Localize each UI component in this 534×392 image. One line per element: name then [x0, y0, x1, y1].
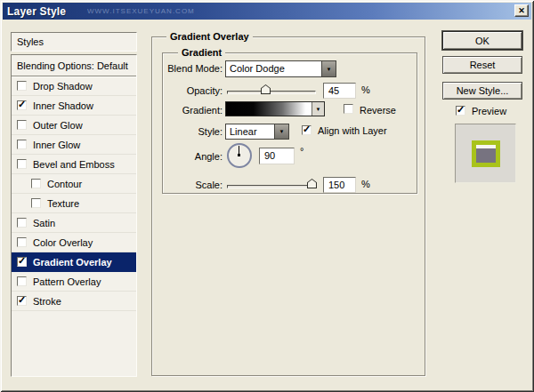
checkbox-gradient-overlay[interactable]: [17, 257, 27, 267]
blend-mode-dropdown[interactable]: Color Dodge: [225, 60, 336, 77]
preview-swatch-gray: [476, 148, 496, 163]
angle-dial[interactable]: [227, 143, 252, 168]
checkbox-color-overlay[interactable]: [17, 237, 27, 247]
chevron-down-icon[interactable]: [321, 61, 336, 76]
list-item-label: Gradient Overlay: [33, 257, 112, 268]
layer-style-dialog: Layer Style WWW.ITSEXUEYUAN.COM ✕ Styles…: [0, 0, 534, 392]
preview-swatch-green: [472, 140, 500, 167]
gradient-swatch[interactable]: [225, 101, 325, 116]
list-item-label: Outer Glow: [33, 120, 83, 131]
close-button[interactable]: ✕: [514, 4, 529, 17]
blend-mode-label: Blend Mode:: [163, 63, 222, 77]
gradient-overlay-group-title: Gradient Overlay: [166, 30, 253, 43]
align-with-layer-checkbox[interactable]: [302, 125, 312, 135]
list-item-gradient-overlay[interactable]: Gradient Overlay: [12, 252, 136, 272]
list-item-contour[interactable]: Contour: [12, 174, 136, 194]
list-item-outer-glow[interactable]: Outer Glow: [12, 116, 136, 135]
preview-swatch-inner: [476, 145, 496, 163]
checkbox-inner-glow[interactable]: [17, 140, 27, 149]
checkbox-contour[interactable]: [31, 179, 41, 188]
checkbox-drop-shadow[interactable]: [17, 81, 27, 91]
list-item-inner-shadow[interactable]: Inner Shadow: [12, 96, 136, 116]
list-item-label: Drop Shadow: [33, 81, 93, 92]
window-title: Layer Style: [3, 5, 66, 18]
angle-unit: °: [300, 146, 303, 156]
list-item-satin[interactable]: Satin: [12, 213, 136, 233]
ok-button[interactable]: OK: [442, 31, 522, 50]
reverse-checkbox[interactable]: [344, 104, 353, 114]
list-item-label: Stroke: [33, 296, 61, 307]
checkbox-bevel-and-emboss[interactable]: [17, 159, 27, 169]
gradient-group: Gradient Blend Mode: Color Dodge Opacity…: [162, 52, 417, 194]
style-dropdown[interactable]: Linear: [225, 124, 289, 140]
list-item-pattern-overlay[interactable]: Pattern Overlay: [12, 272, 136, 292]
list-item-label: Pattern Overlay: [33, 276, 101, 287]
checkbox-texture[interactable]: [31, 198, 41, 208]
list-item-stroke[interactable]: Stroke: [12, 292, 136, 311]
list-item-label: Blending Options: Default: [17, 60, 128, 71]
title-bar: Layer Style WWW.ITSEXUEYUAN.COM ✕: [3, 3, 531, 20]
blend-mode-value: Color Dodge: [226, 61, 321, 76]
checkbox-pattern-overlay[interactable]: [17, 276, 27, 286]
list-item-label: Inner Shadow: [33, 100, 93, 111]
list-item-label: Color Overlay: [33, 237, 93, 248]
checkbox-inner-shadow[interactable]: [17, 100, 27, 110]
opacity-slider-thumb[interactable]: [261, 84, 271, 94]
align-with-layer-label: Align with Layer: [318, 125, 387, 136]
opacity-value-field[interactable]: 45: [323, 83, 356, 99]
list-item-label: Satin: [33, 218, 55, 228]
styles-header: Styles: [11, 32, 137, 52]
gradient-overlay-group: Gradient Overlay Gradient Blend Mode: Co…: [151, 36, 425, 376]
styles-list: Blending Options: Default Drop Shadow In…: [11, 54, 137, 377]
list-item-label: Bevel and Emboss: [33, 159, 115, 170]
gradient-group-title: Gradient: [178, 46, 225, 59]
watermark-text: WWW.ITSEXUEYUAN.COM: [87, 7, 195, 15]
style-value: Linear: [226, 124, 274, 139]
checkbox-outer-glow[interactable]: [17, 120, 27, 130]
styles-header-label: Styles: [17, 36, 44, 47]
preview-label: Preview: [472, 106, 506, 116]
reverse-label: Reverse: [360, 105, 396, 116]
chevron-down-icon[interactable]: [274, 124, 288, 139]
list-item-bevel-and-emboss[interactable]: Bevel and Emboss: [12, 155, 136, 174]
angle-center-dot: [238, 154, 240, 156]
scale-value-field[interactable]: 150: [323, 177, 356, 193]
scale-unit: %: [361, 179, 370, 189]
list-item-drop-shadow[interactable]: Drop Shadow: [12, 76, 136, 96]
scale-slider[interactable]: [227, 185, 316, 188]
gradient-preview[interactable]: [226, 102, 312, 116]
new-style-button[interactable]: New Style...: [442, 82, 522, 100]
list-item-color-overlay[interactable]: Color Overlay: [12, 233, 136, 252]
reset-button[interactable]: Reset: [442, 56, 522, 74]
list-item-texture[interactable]: Texture: [12, 194, 136, 213]
preview-checkbox[interactable]: [456, 106, 465, 116]
close-icon: ✕: [518, 7, 525, 15]
scale-slider-thumb[interactable]: [307, 179, 317, 188]
scale-label: Scale:: [163, 180, 222, 194]
angle-value-field[interactable]: 90: [259, 148, 295, 164]
list-item-label: Contour: [47, 179, 82, 189]
style-label: Style:: [163, 126, 222, 140]
opacity-slider[interactable]: [227, 91, 316, 94]
gradient-label: Gradient:: [163, 105, 222, 119]
list-item-label: Inner Glow: [33, 140, 80, 150]
preview-thumbnail: [455, 124, 516, 183]
list-item-inner-glow[interactable]: Inner Glow: [12, 135, 136, 155]
checkbox-stroke[interactable]: [17, 296, 27, 306]
checkbox-satin[interactable]: [17, 218, 27, 228]
list-item-label: Texture: [47, 198, 79, 209]
list-item-blending-options[interactable]: Blending Options: Default: [12, 55, 136, 76]
opacity-label: Opacity:: [163, 85, 222, 100]
chevron-down-icon[interactable]: [312, 102, 324, 116]
opacity-unit: %: [361, 84, 370, 95]
angle-label: Angle:: [163, 151, 222, 165]
